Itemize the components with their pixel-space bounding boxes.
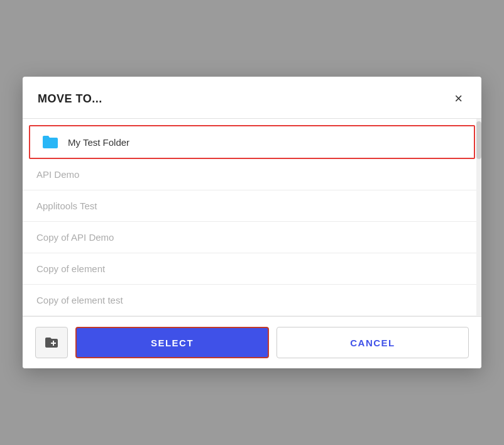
folder-item-applitools-test[interactable]: Applitools Test <box>23 190 481 222</box>
folder-item-api-demo[interactable]: API Demo <box>23 159 481 190</box>
folder-icon <box>41 135 59 149</box>
scrollbar-thumb[interactable] <box>476 121 481 159</box>
folder-name: Applitools Test <box>36 201 97 211</box>
folder-item-copy-element-test[interactable]: Copy of element test <box>23 285 481 316</box>
cancel-button[interactable]: CANCEL <box>277 327 469 358</box>
folder-item-copy-element[interactable]: Copy of element <box>23 253 481 285</box>
scrollbar-track <box>476 119 481 316</box>
folder-item-my-test-folder[interactable]: My Test Folder <box>29 125 475 159</box>
modal-overlay: MOVE TO... × My Test Folder API Demo App… <box>0 0 504 445</box>
folder-item-copy-api-demo[interactable]: Copy of API Demo <box>23 222 481 253</box>
folder-name: API Demo <box>36 169 79 180</box>
folder-name: Copy of element <box>36 263 105 274</box>
select-button[interactable]: SELECT <box>75 327 269 358</box>
folder-name: My Test Folder <box>68 137 129 148</box>
move-to-dialog: MOVE TO... × My Test Folder API Demo App… <box>23 77 481 368</box>
folder-list: My Test Folder API Demo Applitools Test … <box>23 119 481 316</box>
new-folder-icon <box>44 335 59 350</box>
dialog-header: MOVE TO... × <box>23 77 481 119</box>
dialog-title: MOVE TO... <box>38 92 102 106</box>
new-folder-button[interactable] <box>35 327 68 358</box>
folder-name: Copy of API Demo <box>36 232 114 243</box>
folder-name: Copy of element test <box>36 295 123 305</box>
close-button[interactable]: × <box>451 89 466 108</box>
dialog-footer: SELECT CANCEL <box>23 316 481 368</box>
